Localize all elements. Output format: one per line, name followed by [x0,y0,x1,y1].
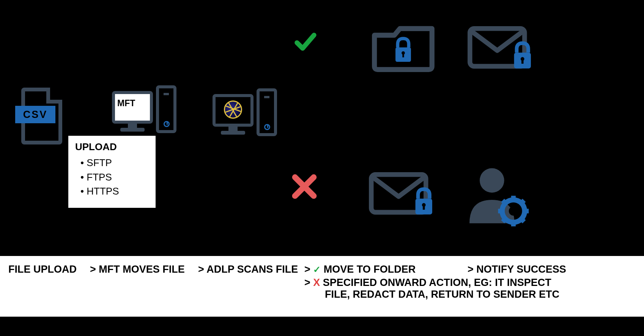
footer-fail-line1: > X SPECIFIED ONWARD ACTION, EG: IT INSP… [304,277,636,289]
locked-mail-icon [368,167,436,220]
x-icon [290,173,318,201]
upload-protocol-sftp: SFTP [75,156,149,170]
svg-point-21 [509,206,518,215]
locked-mail-icon [467,21,535,74]
footer-step-3: > ADLP SCANS FILE [198,264,304,275]
check-glyph: ✓ [313,264,321,275]
svg-line-18 [520,218,524,222]
globe-icon [224,100,242,119]
mft-computer-icon: MFT [112,85,178,138]
footer-step-5: > NOTIFY SUCCESS [468,264,566,275]
x-glyph: X [313,277,320,288]
svg-rect-2 [402,53,404,58]
check-icon [292,30,319,53]
user-gear-icon [461,163,535,229]
locked-folder-icon [370,21,436,74]
csv-label: CSV [15,106,55,123]
footer-caption: FILE UPLOAD > MFT MOVES FILE > ADLP SCAN… [0,256,644,317]
adlp-computer-icon [213,88,279,141]
svg-rect-10 [423,205,425,209]
upload-title: UPLOAD [75,141,149,153]
footer-step-2: > MFT MOVES FILE [90,264,198,275]
svg-point-11 [480,168,504,193]
svg-rect-6 [521,59,524,63]
svg-line-19 [503,218,507,222]
upload-protocol-ftps: FTPS [75,170,149,185]
upload-protocol-https: HTTPS [75,184,149,199]
footer-step-4: > ✓ MOVE TO FOLDER [304,264,468,275]
svg-line-17 [503,200,507,204]
footer-step-1: FILE UPLOAD [8,264,90,275]
svg-line-20 [520,200,524,204]
footer-fail-line2: FILE, REDACT DATA, RETURN TO SENDER ETC [304,289,636,300]
mft-label: MFT [117,98,135,108]
csv-file-icon: CSV [15,85,65,146]
upload-protocols-box: UPLOAD SFTP FTPS HTTPS [68,136,156,208]
